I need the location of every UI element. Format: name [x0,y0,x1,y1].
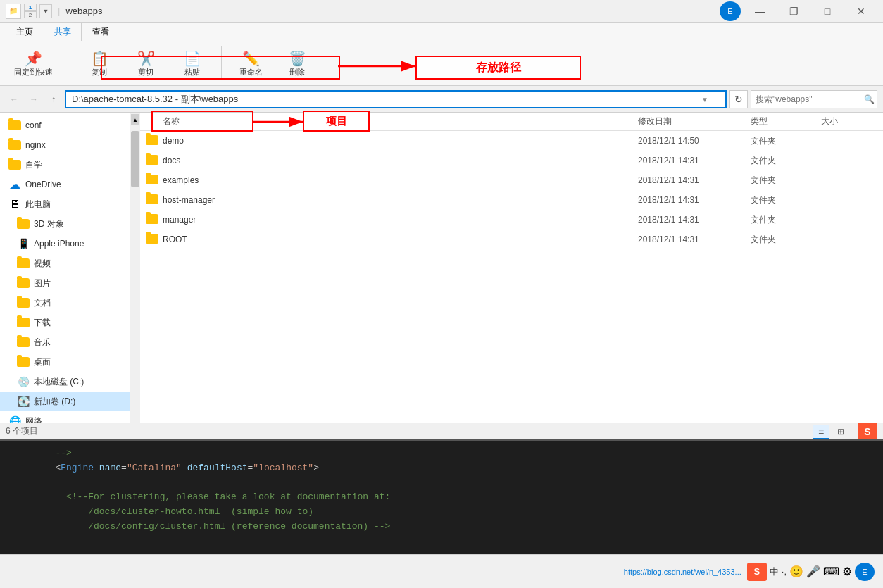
folder-icon [8,158,21,171]
sidebar-label-cdrive: 本地磁盘 (C:) [34,376,84,388]
ribbon: 主页 共享 查看 📌 固定到快速 📋 复制 ✂️ 剪切 📄 粘贴 [0,23,883,86]
sidebar-item-video[interactable]: 视频 [0,254,130,273]
code-line-4: <!--For clustering, please take a look a… [11,490,872,505]
statusbar-count: 6 个项目 [6,425,38,437]
file-row-manager[interactable]: manager 2018/12/1 14:31 文件夹 [140,210,883,230]
ime-emoji: 🙂 [789,565,803,578]
taskbar: https://blog.csdn.net/wei/n_4353... S 中 … [0,554,883,588]
restore-button[interactable]: ❐ [777,0,810,23]
ribbon-btn-cut[interactable]: ✂️ 剪切 [128,47,163,80]
file-name-examples: examples [163,175,638,185]
file-type-examples: 文件夹 [751,175,821,187]
file-name-host-manager: host-manager [163,195,638,205]
sidebar-label-ddrive: 新加卷 (D:) [34,396,75,408]
pc-icon: 🖥 [8,198,21,211]
sidebar-label-download: 下载 [34,317,51,329]
file-name-root: ROOT [163,234,638,244]
sidebar-item-image[interactable]: 图片 [0,273,130,293]
up-button[interactable]: ↑ [45,91,62,108]
url-display: https://blog.csdn.net/wei/n_4353... [624,568,741,576]
ribbon-btn-pin[interactable]: 📌 固定到快速 [8,47,58,80]
csdn-logo: S [858,423,877,441]
sidebar-item-iphone[interactable]: 📱 Apple iPhone [0,234,130,254]
csdn-btn[interactable]: S [747,563,767,581]
download-folder-icon [17,316,30,329]
paste-icon: 📄 [184,50,201,67]
quick-access-icon[interactable]: 📁 [6,4,21,19]
file-date-root: 2018/12/1 14:31 [638,234,751,244]
folder-icon-demo [146,135,158,147]
view-large-button[interactable]: ⊞ [832,425,849,439]
sidebar-item-nginx[interactable]: nginx [0,135,130,155]
close-button[interactable]: ✕ [845,0,877,23]
ime-mic: 🎤 [806,565,820,578]
file-name-docs: docs [163,156,638,165]
sidebar-item-onedrive[interactable]: ☁ OneDrive [0,175,130,194]
col-header-name[interactable]: 名称 [146,115,638,127]
col-header-size[interactable]: 大小 [821,115,877,127]
file-row-demo[interactable]: demo 2018/12/1 14:50 文件夹 [140,131,883,151]
sidebar-item-cdrive[interactable]: 💿 本地磁盘 (C:) [0,372,130,392]
ribbon-divider-2 [221,46,222,80]
back-button[interactable]: ← [6,91,23,108]
tab-home[interactable]: 主页 [6,23,44,41]
file-date-manager: 2018/12/1 14:31 [638,215,751,225]
ribbon-btn-copy[interactable]: 📋 复制 [82,47,117,80]
file-name-manager: manager [163,215,638,225]
file-row-root[interactable]: ROOT 2018/12/1 14:31 文件夹 [140,230,883,249]
code-panel: --> <Engine name="Catalina" defaultHost=… [0,439,883,554]
refresh-button[interactable]: ↻ [729,90,748,108]
filelist-header: 名称 修改日期 类型 大小 [140,113,883,131]
forward-button[interactable]: → [25,91,42,108]
file-row-examples[interactable]: examples 2018/12/1 14:31 文件夹 [140,170,883,190]
folder-icon [8,119,21,132]
file-row-host-manager[interactable]: host-manager 2018/12/1 14:31 文件夹 [140,190,883,210]
sidebar-item-doc[interactable]: 文档 [0,293,130,313]
maximize-button[interactable]: □ [811,0,844,23]
titlebar-title: webapps [65,6,102,16]
sidebar-item-3d[interactable]: 3D 对象 [0,214,130,234]
code-line-5: /docs/cluster-howto.html (simple how to) [11,505,872,520]
file-type-host-manager: 文件夹 [751,194,821,206]
sidebar-label-conf: conf [25,120,42,130]
col-header-date[interactable]: 修改日期 [638,115,751,127]
rename-icon: ✏️ [242,50,260,67]
image-folder-icon [17,277,30,289]
ime-keyboard: ⌨ [823,565,839,578]
sidebar-scrollbar-thumb[interactable] [131,131,139,187]
ime-punct: ·, [782,566,787,577]
code-line-6: /docs/config/cluster.html (reference doc… [11,520,872,534]
sidebar-item-download[interactable]: 下载 [0,313,130,332]
ribbon-btn-paste[interactable]: 📄 粘贴 [175,47,210,80]
ribbon-tabs: 主页 共享 查看 [3,23,880,41]
sidebar-item-desktop[interactable]: 桌面 [0,352,130,372]
ribbon-divider [70,46,70,80]
ribbon-btn-rename[interactable]: ✏️ 重命名 [233,47,268,80]
user-icon-taskbar[interactable]: E [855,563,875,581]
file-row-docs[interactable]: docs 2018/12/1 14:31 文件夹 [140,151,883,170]
address-bar[interactable]: D:\apache-tomcat-8.5.32 - 副本\webapps ▼ [65,90,727,108]
ribbon-btn-delete[interactable]: 🗑️ 删除 [280,47,315,80]
folder-icon-examples [146,174,158,187]
sidebar-item-music[interactable]: 音乐 [0,332,130,352]
taskbar-right: https://blog.csdn.net/wei/n_4353... S 中 … [624,563,875,581]
file-date-docs: 2018/12/1 14:31 [638,156,751,165]
search-input[interactable] [756,94,861,104]
search-icon: 🔍 [864,94,875,104]
code-line-1: --> [11,446,872,461]
sidebar-item-ddrive[interactable]: 💽 新加卷 (D:) [0,392,130,411]
tab-view[interactable]: 查看 [82,23,120,41]
sidebar-item-thispc[interactable]: 🖥 此电脑 [0,194,130,214]
cut-icon: ✂️ [137,50,155,67]
tab-share[interactable]: 共享 [44,23,82,41]
col-header-type[interactable]: 类型 [751,115,821,127]
minimize-button[interactable]: — [744,0,776,23]
titlebar-controls: — ❐ □ ✕ [744,0,877,23]
sidebar-item-zixue[interactable]: 自学 [0,155,130,175]
view-details-button[interactable]: ≡ [813,425,829,439]
folder-icon-root [146,233,158,246]
address-text: D:\apache-tomcat-8.5.32 - 副本\webapps [72,93,238,106]
user-avatar[interactable]: E [720,1,741,21]
titlebar-icons: 📁 1 2 ▼ [6,4,52,19]
sidebar-item-conf[interactable]: conf [0,115,130,135]
